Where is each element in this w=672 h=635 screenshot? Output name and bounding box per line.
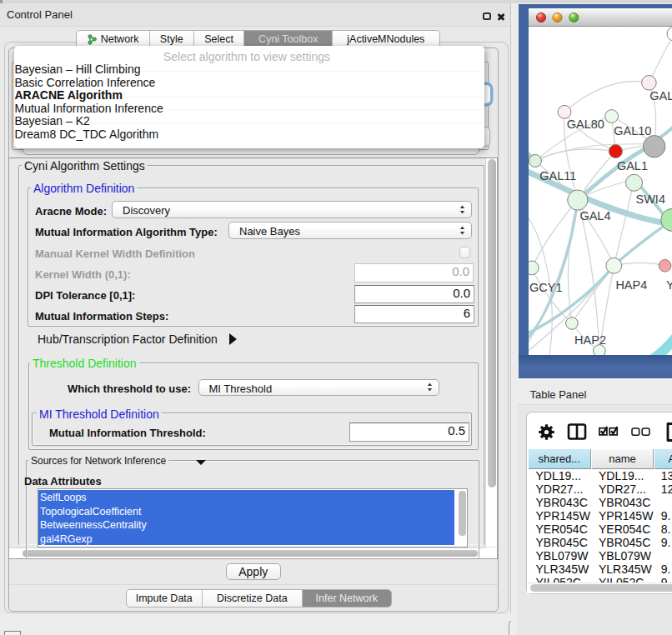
svg-text:GAL80: GAL80	[567, 118, 604, 131]
svg-text:GAL4: GAL4	[579, 209, 610, 222]
svg-text:YM: YM	[666, 278, 672, 291]
svg-text:GAL2: GAL2	[649, 89, 672, 102]
svg-text:HAP2: HAP2	[574, 333, 606, 347]
svg-text:HAP4: HAP4	[615, 278, 647, 291]
svg-text:SWI4: SWI4	[636, 192, 665, 206]
svg-text:GAL1: GAL1	[617, 158, 648, 172]
svg-text:GAL11: GAL11	[539, 169, 576, 182]
svg-text:GAL10: GAL10	[614, 123, 651, 137]
svg-text:GCY1: GCY1	[529, 281, 563, 294]
